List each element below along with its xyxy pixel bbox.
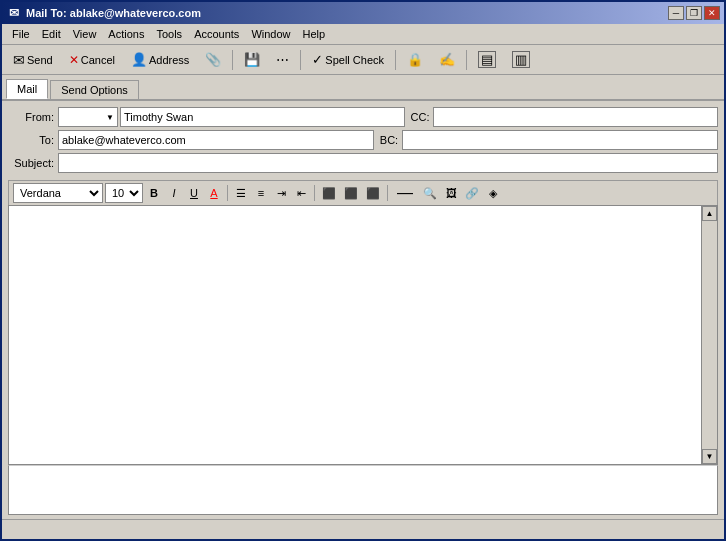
subject-label: Subject:	[8, 157, 58, 169]
spell-check-button[interactable]: ✓ Spell Check	[305, 49, 391, 71]
cc-input[interactable]	[433, 107, 718, 127]
sign-button[interactable]: ✍	[432, 49, 462, 71]
window-title: Mail To: ablake@whateverco.com	[26, 7, 201, 19]
underline-button[interactable]: U	[185, 184, 203, 202]
tab-send-options[interactable]: Send Options	[50, 80, 139, 99]
menu-help[interactable]: Help	[297, 26, 332, 42]
options-button[interactable]: ⋯	[269, 49, 296, 71]
spellcheck-icon: ✓	[312, 52, 323, 67]
address-button[interactable]: 👤 Address	[124, 49, 196, 71]
menu-file[interactable]: File	[6, 26, 36, 42]
cc-label: CC:	[411, 111, 434, 123]
spellcheck-label: Spell Check	[325, 54, 384, 66]
from-label: From:	[8, 111, 58, 123]
attach-icon: 📎	[205, 52, 221, 67]
image-button[interactable]: 🖼	[442, 184, 460, 202]
hr-button[interactable]: —	[392, 184, 418, 202]
cancel-button[interactable]: ✕ Cancel	[62, 49, 122, 71]
menu-window[interactable]: Window	[245, 26, 296, 42]
tab-mail-label: Mail	[17, 83, 37, 95]
send-label: Send	[27, 54, 53, 66]
cancel-label: Cancel	[81, 54, 115, 66]
close-button[interactable]: ✕	[704, 6, 720, 20]
html-button[interactable]: ◈	[484, 184, 502, 202]
bullet-list-button[interactable]: ☰	[232, 184, 250, 202]
scrollbar[interactable]: ▲ ▼	[701, 206, 717, 464]
email-body[interactable]	[9, 206, 701, 464]
format2-button[interactable]: ▥	[505, 48, 537, 71]
font-color-button[interactable]: A	[205, 184, 223, 202]
fields-section: From: ▼ CC: To: BC:	[8, 107, 718, 176]
format1-icon: ▤	[478, 51, 496, 68]
address-icon: 👤	[131, 52, 147, 67]
tabs-bar: Mail Send Options	[2, 75, 724, 101]
restore-button[interactable]: ❐	[686, 6, 702, 20]
align-left-button[interactable]: ⬛	[319, 184, 339, 202]
menu-view[interactable]: View	[67, 26, 103, 42]
menu-tools[interactable]: Tools	[150, 26, 188, 42]
scroll-up-button[interactable]: ▲	[702, 206, 717, 221]
menu-edit[interactable]: Edit	[36, 26, 67, 42]
align-right-button[interactable]: ⬛	[363, 184, 383, 202]
main-toolbar: ✉ Send ✕ Cancel 👤 Address 📎 💾 ⋯ ✓ Spell …	[2, 45, 724, 75]
font-select[interactable]: Verdana Arial Times New Roman Courier Ne…	[13, 183, 103, 203]
from-row: From: ▼ CC:	[8, 107, 718, 127]
lock-button[interactable]: 🔒	[400, 49, 430, 71]
from-input[interactable]	[120, 107, 405, 127]
to-input[interactable]	[58, 130, 374, 150]
format-toolbar: Verdana Arial Times New Roman Courier Ne…	[8, 180, 718, 205]
send-button[interactable]: ✉ Send	[6, 49, 60, 71]
menu-actions[interactable]: Actions	[102, 26, 150, 42]
minimize-button[interactable]: ─	[668, 6, 684, 20]
number-list-button[interactable]: ≡	[252, 184, 270, 202]
bc-label: BC:	[380, 134, 402, 146]
scroll-track	[702, 221, 717, 449]
format1-button[interactable]: ▤	[471, 48, 503, 71]
size-select[interactable]: 8 9 10 11 12 14	[105, 183, 143, 203]
indent-decrease-button[interactable]: ⇤	[292, 184, 310, 202]
italic-button[interactable]: I	[165, 184, 183, 202]
sign-icon: ✍	[439, 52, 455, 67]
from-dropdown-arrow: ▼	[106, 113, 114, 122]
bc-input[interactable]	[402, 130, 718, 150]
lock-icon: 🔒	[407, 52, 423, 67]
send-icon: ✉	[13, 52, 25, 68]
title-bar: ✉ Mail To: ablake@whateverco.com ─ ❐ ✕	[2, 2, 724, 24]
email-body-wrapper: ▲ ▼	[8, 205, 718, 465]
link-button[interactable]: 🔗	[462, 184, 482, 202]
zoom-button[interactable]: 🔍	[420, 184, 440, 202]
to-label: To:	[8, 134, 58, 146]
status-bar	[2, 519, 724, 539]
format2-icon: ▥	[512, 51, 530, 68]
address-label: Address	[149, 54, 189, 66]
tab-send-options-label: Send Options	[61, 84, 128, 96]
attach-button[interactable]: 📎	[198, 49, 228, 71]
options-icon: ⋯	[276, 52, 289, 67]
save-button[interactable]: 💾	[237, 49, 267, 71]
cancel-icon: ✕	[69, 53, 79, 67]
app-icon: ✉	[6, 5, 22, 21]
align-center-button[interactable]: ⬛	[341, 184, 361, 202]
menu-bar: File Edit View Actions Tools Accounts Wi…	[2, 24, 724, 45]
signature-area	[8, 465, 718, 515]
menu-accounts[interactable]: Accounts	[188, 26, 245, 42]
subject-input[interactable]	[58, 153, 718, 173]
subject-row: Subject:	[8, 153, 718, 173]
save-icon: 💾	[244, 52, 260, 67]
scroll-down-button[interactable]: ▼	[702, 449, 717, 464]
main-content: From: ▼ CC: To: BC:	[2, 101, 724, 519]
to-row: To: BC:	[8, 130, 718, 150]
tab-mail[interactable]: Mail	[6, 79, 48, 99]
indent-increase-button[interactable]: ⇥	[272, 184, 290, 202]
from-dropdown[interactable]: ▼	[58, 107, 118, 127]
bold-button[interactable]: B	[145, 184, 163, 202]
